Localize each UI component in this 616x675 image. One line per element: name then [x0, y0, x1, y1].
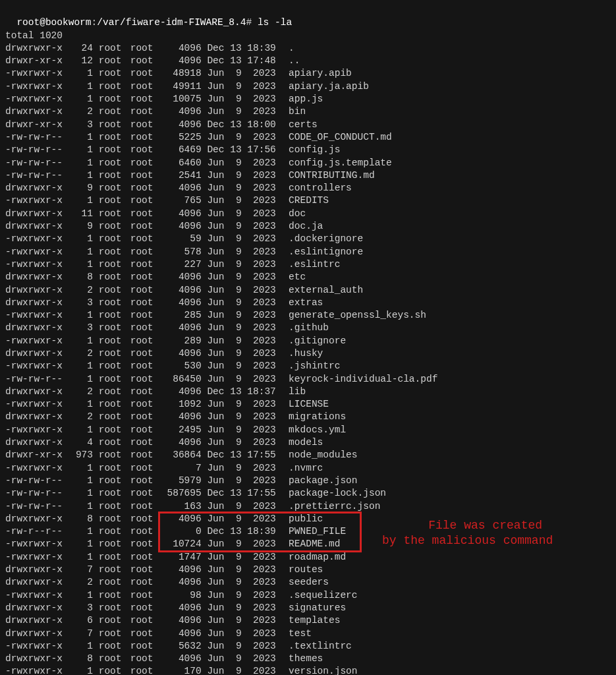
file-group: root [130, 246, 162, 258]
file-date: Dec 13 18:00 [207, 119, 283, 131]
file-group: root [130, 347, 162, 360]
command-text[interactable]: ls -la [258, 17, 292, 28]
file-name: package-lock.json [289, 487, 386, 500]
file-group: root [130, 551, 162, 564]
file-size: 10724 [162, 538, 202, 550]
file-perms: -rw-rw-r-- [5, 475, 68, 487]
ls-total-line: total 1020 [5, 30, 611, 42]
file-name: public [289, 513, 323, 525]
file-name: .husky [289, 347, 323, 360]
file-perms: -rw-r--r-- [5, 525, 68, 538]
file-owner: root [99, 182, 130, 194]
file-size: 4096 [162, 347, 202, 360]
file-size: 4096 [162, 55, 202, 67]
file-perms: drwxrwxr-x [5, 208, 68, 220]
file-date: Jun 9 2023 [207, 360, 283, 372]
file-row: -rwxrwxr-x1 rootroot7 Jun 9 2023 .nvmrc [5, 462, 611, 475]
file-date: Jun 9 2023 [207, 347, 283, 360]
file-group: root [130, 398, 162, 411]
file-links: 1 [68, 475, 93, 487]
file-row: -rwxrwxr-x1 rootroot170 Jun 9 2023 versi… [5, 665, 611, 675]
file-name: app.js [289, 93, 323, 105]
file-name: extras [289, 297, 323, 309]
file-name: package.json [289, 475, 357, 487]
file-date: Jun 9 2023 [207, 233, 283, 245]
file-name: .. [289, 55, 300, 67]
file-owner: root [99, 246, 130, 258]
file-name: signatures [289, 602, 346, 614]
file-perms: -rw-rw-r-- [5, 169, 68, 182]
file-date: Dec 13 17:55 [207, 449, 283, 461]
shell-prompt: root@bookworm:/var/fiware-idm-FIWARE_8.4… [16, 17, 292, 28]
file-row: drwxrwxr-x7 rootroot4096 Jun 9 2023 rout… [5, 564, 611, 576]
file-date: Jun 9 2023 [207, 576, 283, 589]
file-links: 1 [68, 194, 93, 207]
file-group: root [130, 500, 162, 513]
file-group: root [130, 373, 162, 386]
file-row: drwxr-xr-x3 rootroot4096 Dec 13 18:00 ce… [5, 119, 611, 131]
file-size: 4096 [162, 564, 202, 576]
file-size: 4096 [162, 119, 202, 131]
file-date: Jun 9 2023 [207, 436, 283, 449]
file-size: 4096 [162, 220, 202, 233]
file-row: -rwxrwxr-x1 rootroot530 Jun 9 2023 .jshi… [5, 360, 611, 372]
file-owner: root [99, 335, 130, 347]
file-group: root [130, 169, 162, 182]
file-links: 1 [68, 398, 93, 411]
file-date: Dec 13 18:37 [207, 386, 283, 398]
file-name: .github [289, 322, 329, 334]
file-size: 6460 [162, 157, 202, 169]
file-owner: root [99, 564, 130, 576]
file-name: README.md [289, 538, 340, 550]
file-links: 1 [68, 424, 93, 436]
file-links: 7 [68, 564, 93, 576]
file-links: 1 [68, 462, 93, 475]
file-size: 285 [162, 309, 202, 322]
file-links: 1 [68, 335, 93, 347]
file-date: Dec 13 17:48 [207, 55, 283, 67]
file-perms: -rwxrwxr-x [5, 538, 68, 550]
file-links: 1 [68, 169, 93, 182]
file-links: 12 [68, 55, 93, 67]
file-owner: root [99, 271, 130, 283]
file-date: Dec 13 18:39 [207, 42, 283, 55]
file-size: 4096 [162, 322, 202, 334]
file-links: 1 [68, 67, 93, 80]
file-name: certs [289, 119, 318, 131]
file-group: root [130, 449, 162, 461]
file-date: Jun 9 2023 [207, 373, 283, 386]
file-row: -rwxrwxr-x1 rootroot10075 Jun 9 2023 app… [5, 93, 611, 105]
file-group: root [130, 297, 162, 309]
file-owner: root [99, 589, 130, 602]
file-date: Jun 9 2023 [207, 169, 283, 182]
file-group: root [130, 487, 162, 500]
file-owner: root [99, 640, 130, 653]
file-links: 8 [68, 271, 93, 283]
file-name: LICENSE [289, 398, 329, 411]
file-group: root [130, 258, 162, 271]
file-name: CONTRIBUTING.md [289, 169, 375, 182]
file-links: 1 [68, 551, 93, 564]
file-row: drwxrwxr-x3 rootroot4096 Jun 9 2023 sign… [5, 602, 611, 614]
file-links: 3 [68, 322, 93, 334]
file-row: drwxrwxr-x24 rootroot4096 Dec 13 18:39 . [5, 42, 611, 55]
file-row: -rwxrwxr-x1 rootroot98 Jun 9 2023 .seque… [5, 589, 611, 602]
file-perms: drwxrwxr-x [5, 653, 68, 665]
file-links: 8 [68, 653, 93, 665]
file-row: drwxrwxr-x2 rootroot4096 Jun 9 2023 migr… [5, 411, 611, 423]
file-size: 7 [162, 462, 202, 475]
file-group: root [130, 653, 162, 665]
file-name: roadmap.md [289, 551, 346, 564]
file-name: .dockerignore [289, 233, 363, 245]
file-perms: drwxrwxr-x [5, 284, 68, 297]
file-perms: -rwxrwxr-x [5, 589, 68, 602]
file-owner: root [99, 449, 130, 461]
file-owner: root [99, 233, 130, 245]
file-date: Jun 9 2023 [207, 297, 283, 309]
file-owner: root [99, 436, 130, 449]
file-group: root [130, 462, 162, 475]
file-perms: drwxr-xr-x [5, 55, 68, 67]
file-date: Jun 9 2023 [207, 220, 283, 233]
file-date: Jun 9 2023 [207, 157, 283, 169]
file-perms: -rwxrwxr-x [5, 80, 68, 93]
